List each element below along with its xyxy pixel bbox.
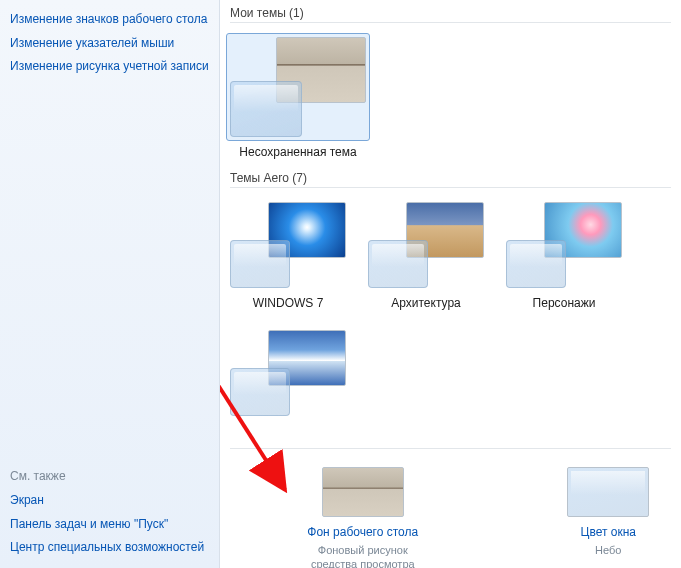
theme-label: Несохраненная тема	[239, 145, 356, 159]
glass-overlay	[368, 240, 428, 288]
sidebar-link-icons[interactable]: Изменение значков рабочего стола	[10, 8, 209, 32]
theme-unsaved[interactable]: Несохраненная тема	[230, 33, 366, 159]
aero-themes-row-2	[230, 316, 681, 430]
desktop-background-thumb[interactable]	[322, 467, 404, 517]
section-aero-themes: Темы Aero (7)	[230, 165, 671, 188]
theme-label: WINDOWS 7	[253, 296, 324, 310]
theme-label: Архитектура	[391, 296, 461, 310]
sidebar-link-pointers[interactable]: Изменение указателей мыши	[10, 32, 209, 56]
theme-label: Персонажи	[533, 296, 596, 310]
desktop-background-option: Фон рабочего стола Фоновый рисунок средс…	[300, 467, 426, 568]
window-color-option: Цвет окна Небо	[546, 467, 672, 568]
my-themes-row: Несохраненная тема	[230, 23, 681, 165]
glass-overlay	[230, 240, 290, 288]
theme-characters[interactable]: Персонажи	[506, 198, 622, 310]
desktop-background-desc: Фоновый рисунок средства просмотра фотог…	[300, 543, 426, 568]
see-also-label: См. также	[10, 469, 209, 483]
section-my-themes: Мои темы (1)	[230, 0, 671, 23]
window-color-desc: Небо	[595, 543, 621, 557]
sidebar-link-display[interactable]: Экран	[10, 489, 209, 513]
window-color-thumb[interactable]	[567, 467, 649, 517]
glass-overlay	[230, 81, 302, 137]
theme-architecture[interactable]: Архитектура	[368, 198, 484, 310]
sidebar-link-account-picture[interactable]: Изменение рисунка учетной записи	[10, 55, 209, 79]
sidebar-link-taskbar[interactable]: Панель задач и меню "Пуск"	[10, 513, 209, 537]
theme-windows7[interactable]: WINDOWS 7	[230, 198, 346, 310]
glass-overlay	[230, 368, 290, 416]
desktop-background-link[interactable]: Фон рабочего стола	[307, 525, 418, 539]
glass-overlay	[506, 240, 566, 288]
sidebar-link-ease-of-access[interactable]: Центр специальных возможностей	[10, 536, 209, 560]
aero-themes-row-1: WINDOWS 7 Архитектура Персонажи	[230, 188, 681, 316]
window-color-link[interactable]: Цвет окна	[581, 525, 636, 539]
theme-landscapes[interactable]	[230, 326, 346, 424]
